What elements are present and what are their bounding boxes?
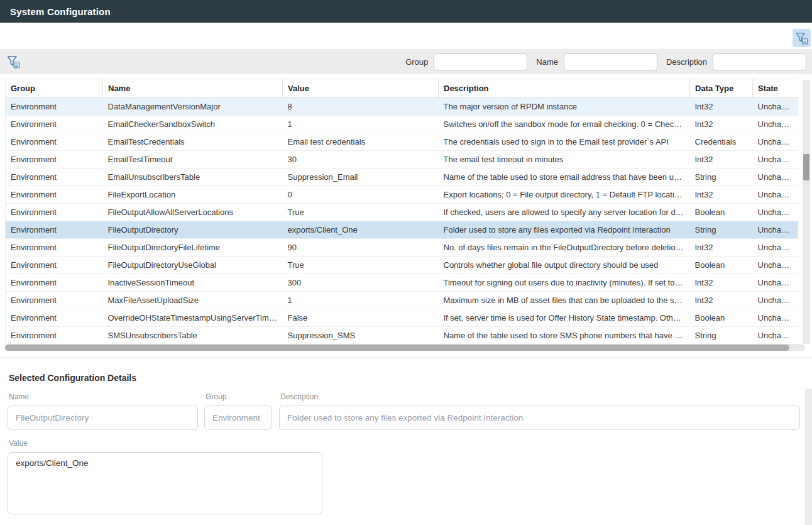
cell-name: EmailUnsubscribersTable (103, 169, 283, 186)
cell-description: Name of the table used to store email ad… (439, 169, 690, 186)
details-group-input[interactable] (204, 406, 272, 430)
details-value-textarea[interactable]: exports/Client_One (8, 452, 322, 514)
filter-name-input[interactable] (564, 53, 657, 70)
cell-state: Unchanged (753, 327, 798, 345)
cell-value: True (283, 204, 439, 221)
toolbar (0, 23, 812, 49)
table-row[interactable]: EnvironmentEmailUnsubscribersTableSuppre… (6, 169, 798, 186)
details-field-description: Description (279, 392, 800, 430)
cell-value: True (283, 257, 439, 274)
cell-name: EmailTestCredentials (103, 133, 283, 151)
column-header-group[interactable]: Group (6, 79, 103, 98)
cell-data-type: String (690, 221, 753, 239)
cell-name: InactiveSessionTimeout (103, 274, 283, 292)
cell-value: 30 (283, 151, 439, 169)
cell-description: Timeout for signing out users due to ina… (439, 274, 690, 292)
cell-value: False (283, 309, 439, 327)
cell-description: Export locations; 0 = File output direct… (439, 186, 690, 204)
filter-field-name: Name (536, 53, 657, 70)
cell-group: Environment (6, 169, 103, 186)
cell-name: EmailCheckerSandboxSwitch (103, 116, 283, 133)
horizontal-scrollbar-thumb[interactable] (5, 345, 789, 351)
config-table: Group Name Value Description Data Type S… (5, 79, 798, 345)
filter-toggle-button[interactable] (793, 29, 811, 47)
column-header-value[interactable]: Value (283, 79, 439, 98)
column-header-name[interactable]: Name (103, 79, 283, 98)
cell-description: The email test timeout in minutes (439, 151, 690, 169)
filter-list-icon[interactable] (6, 54, 21, 69)
cell-name: FileExportLocation (103, 186, 283, 204)
cell-value: 8 (283, 98, 439, 116)
titlebar: System Configuration (0, 0, 812, 23)
horizontal-scrollbar-track[interactable] (5, 345, 805, 351)
cell-state: Unchanged (753, 239, 798, 257)
cell-name: MaxFileAssetUploadSize (103, 292, 283, 309)
filter-bar: Group Name Description (0, 49, 812, 74)
cell-group: Environment (6, 292, 103, 309)
table-row[interactable]: EnvironmentFileOutputDirectoryUseGlobalT… (6, 257, 798, 274)
config-table-body: EnvironmentDataManagementVersionMajor8Th… (6, 98, 798, 345)
table-row[interactable]: EnvironmentFileOutputDirectoryFileLifeti… (6, 239, 798, 257)
vertical-scrollbar-thumb[interactable] (803, 154, 809, 180)
cell-data-type: Int32 (690, 239, 753, 257)
cell-value: 300 (283, 274, 439, 292)
cell-description: Folder used to store any files exported … (439, 221, 690, 239)
table-row[interactable]: EnvironmentEmailTestTimeout30The email t… (6, 151, 798, 169)
vertical-scrollbar-track[interactable] (803, 80, 810, 344)
cell-state: Unchanged (753, 98, 798, 116)
cell-state: Unchanged (753, 221, 798, 239)
cell-state: Unchanged (753, 186, 798, 204)
cell-data-type: String (690, 327, 753, 345)
cell-data-type: Int32 (690, 98, 753, 116)
table-row[interactable]: EnvironmentFileOutputAllowAllServerLocat… (6, 204, 798, 221)
details-scrollbar-track[interactable] (805, 389, 812, 525)
cell-group: Environment (6, 204, 103, 221)
details-name-input[interactable] (8, 406, 198, 430)
cell-value: 1 (283, 292, 439, 309)
table-row[interactable]: EnvironmentFileExportLocation0Export loc… (6, 186, 798, 204)
cell-group: Environment (6, 327, 103, 345)
filter-list-icon (795, 31, 808, 45)
column-header-description[interactable]: Description (439, 79, 690, 98)
cell-value: 0 (283, 186, 439, 204)
cell-name: SMSUnsubscribersTable (103, 327, 283, 345)
table-row[interactable]: EnvironmentInactiveSessionTimeout300Time… (6, 274, 798, 292)
cell-description: Controls whether global file output dire… (439, 257, 690, 274)
table-row[interactable]: EnvironmentEmailCheckerSandboxSwitch1Swi… (6, 116, 798, 133)
cell-state: Unchanged (753, 133, 798, 151)
filter-description-label: Description (666, 57, 707, 67)
cell-data-type: Int32 (690, 292, 753, 309)
table-row[interactable]: EnvironmentOverrideOHStateTimestampUsing… (6, 309, 798, 327)
cell-state: Unchanged (753, 169, 798, 186)
filter-description-input[interactable] (713, 53, 806, 70)
cell-state: Unchanged (753, 204, 798, 221)
table-row[interactable]: EnvironmentDataManagementVersionMajor8Th… (6, 98, 798, 116)
column-header-state[interactable]: State (753, 79, 798, 98)
cell-group: Environment (6, 133, 103, 151)
cell-data-type: Int32 (690, 151, 753, 169)
cell-description: The major version of RPDM instance (439, 98, 690, 116)
details-value-label: Value (9, 439, 322, 448)
cell-description: If checked, users are allowed to specify… (439, 204, 690, 221)
cell-state: Unchanged (753, 292, 798, 309)
filter-group-input[interactable] (434, 53, 527, 70)
cell-group: Environment (6, 221, 103, 239)
cell-data-type: Int32 (690, 274, 753, 292)
cell-group: Environment (6, 98, 103, 116)
cell-data-type: Boolean (690, 309, 753, 327)
table-row[interactable]: EnvironmentMaxFileAssetUploadSize1Maximu… (6, 292, 798, 309)
column-header-data-type[interactable]: Data Type (690, 79, 753, 98)
cell-name: FileOutputDirectoryFileLifetime (103, 239, 283, 257)
details-description-input[interactable] (279, 406, 800, 430)
cell-state: Unchanged (753, 116, 798, 133)
table-row[interactable]: EnvironmentSMSUnsubscribersTableSuppress… (6, 327, 798, 345)
page-title: System Configuration (10, 6, 111, 17)
filter-field-description: Description (666, 53, 806, 70)
filter-field-group: Group (405, 53, 527, 70)
cell-value: 90 (283, 239, 439, 257)
cell-description: No. of days files remain in the FileOutp… (439, 239, 690, 257)
table-row[interactable]: EnvironmentEmailTestCredentialsEmail tes… (6, 133, 798, 151)
cell-state: Unchanged (753, 309, 798, 327)
table-row[interactable]: EnvironmentFileOutputDirectoryexports/Cl… (6, 221, 798, 239)
cell-data-type: Boolean (690, 257, 753, 274)
